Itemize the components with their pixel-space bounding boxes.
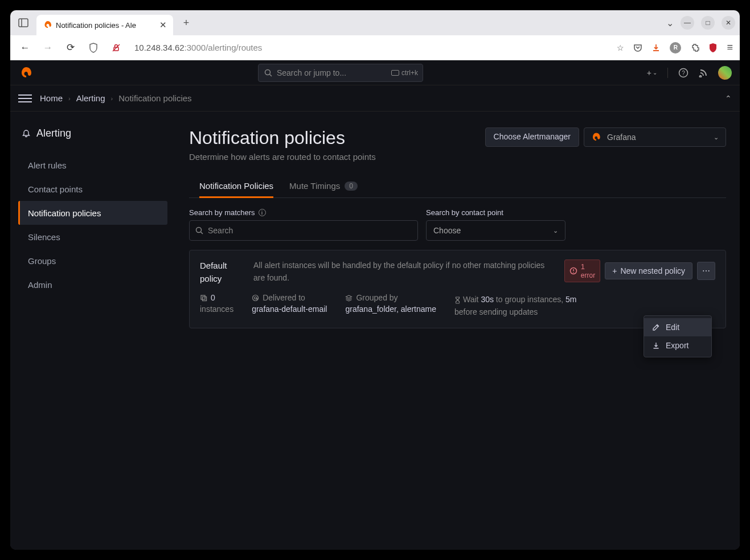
tab-list-icon[interactable]: ⌄	[666, 18, 674, 28]
matchers-search-input[interactable]: Search	[189, 220, 418, 241]
app-header: Search or jump to... ctrl+k +⌄ ?	[10, 60, 740, 85]
nav-toggle-icon[interactable]	[18, 92, 32, 105]
menu-item-edit[interactable]: Edit	[644, 318, 711, 336]
chevron-down-icon: ⌄	[553, 227, 558, 234]
export-icon	[652, 341, 660, 349]
tab-title: Notification policies - Ale	[56, 21, 154, 30]
minimize-button[interactable]: —	[681, 16, 694, 30]
search-icon	[195, 227, 203, 234]
browser-menu-icon[interactable]: ≡	[727, 42, 733, 53]
svg-line-9	[201, 232, 203, 234]
browser-tab[interactable]: Notification policies - Ale ✕	[36, 15, 173, 35]
new-tab-button[interactable]: +	[178, 14, 195, 31]
search-placeholder: Search or jump to...	[277, 68, 346, 77]
close-window-button[interactable]: ✕	[722, 16, 735, 30]
add-button[interactable]: +⌄	[647, 68, 657, 77]
sidebar-item-alert-rules[interactable]: Alert rules	[18, 153, 167, 177]
contact-label: Search by contact point	[426, 208, 565, 217]
info-icon[interactable]: i	[259, 209, 266, 216]
breadcrumb: Home › Alerting › Notification policies	[40, 93, 192, 103]
browser-url-bar: ← → ⟳ 10.248.34.62:3000/alerting/routes …	[10, 35, 740, 60]
pocket-icon[interactable]	[633, 43, 642, 52]
grafana-icon	[591, 132, 601, 142]
grafana-favicon-icon	[43, 20, 52, 30]
content-tabs: Notification Policies Mute Timings 0	[189, 175, 726, 198]
svg-rect-0	[19, 19, 28, 27]
help-icon[interactable]: ?	[678, 68, 688, 78]
search-icon	[264, 69, 272, 77]
alertmanager-select[interactable]: Grafana ⌄	[584, 127, 726, 147]
sidebar-heading: Alerting	[18, 127, 167, 139]
svg-line-5	[269, 74, 272, 76]
sidebar-item-admin[interactable]: Admin	[18, 273, 167, 297]
svg-rect-13	[201, 295, 205, 299]
tab-notification-policies[interactable]: Notification Policies	[199, 175, 273, 198]
more-actions-button[interactable]: ⋯	[697, 262, 715, 280]
search-kbd-hint: ctrl+k	[391, 69, 418, 77]
breadcrumb-home[interactable]: Home	[40, 93, 63, 103]
maximize-button[interactable]: □	[701, 16, 715, 30]
browser-tab-bar: Notification policies - Ale ✕ + ⌄ — □ ✕	[10, 10, 740, 35]
sidebar-item-groups[interactable]: Groups	[18, 249, 167, 273]
collapse-icon[interactable]: ⌃	[725, 94, 732, 103]
global-search-input[interactable]: Search or jump to... ctrl+k	[258, 64, 423, 82]
bell-icon	[22, 129, 31, 138]
policy-context-menu: Edit Export	[644, 315, 712, 357]
lock-slash-icon[interactable]	[108, 40, 124, 56]
contact-point-select[interactable]: Choose ⌄	[426, 220, 565, 241]
bookmark-icon[interactable]: ☆	[617, 43, 624, 52]
layers-icon	[345, 294, 353, 302]
sidebar-item-contact-points[interactable]: Contact points	[18, 177, 167, 201]
browser-sidebar-icon[interactable]	[15, 14, 32, 31]
tab-mute-timings[interactable]: Mute Timings 0	[289, 175, 358, 198]
extensions-icon[interactable]	[690, 43, 699, 52]
menu-item-export[interactable]: Export	[644, 336, 711, 355]
user-avatar[interactable]	[718, 66, 732, 80]
url-field[interactable]: 10.248.34.62:3000/alerting/routes	[131, 43, 610, 52]
error-badge[interactable]: 1error	[564, 260, 600, 282]
new-nested-policy-button[interactable]: + New nested policy	[605, 262, 692, 279]
ublock-icon[interactable]	[708, 43, 718, 53]
chevron-right-icon: ›	[111, 95, 113, 102]
shield-icon[interactable]	[85, 40, 101, 56]
page-title: Notification policies	[189, 127, 345, 149]
breadcrumb-section[interactable]: Alerting	[76, 93, 105, 103]
breadcrumb-bar: Home › Alerting › Notification policies …	[10, 85, 740, 112]
svg-point-12	[573, 272, 574, 273]
tab-close-icon[interactable]: ✕	[157, 19, 169, 31]
svg-rect-14	[203, 297, 207, 300]
hourglass-icon	[454, 297, 461, 304]
grafana-logo-icon[interactable]	[18, 65, 34, 81]
policy-description: All alert instances will be handled by t…	[253, 260, 551, 284]
at-icon	[252, 294, 259, 302]
policy-name: Default policy	[200, 260, 240, 285]
edit-icon	[652, 323, 660, 331]
choose-alertmanager-button[interactable]: Choose Alertmanager	[485, 127, 579, 147]
chevron-down-icon: ⌄	[714, 134, 719, 141]
matchers-label: Search by matchers i	[189, 208, 418, 217]
breadcrumb-current: Notification policies	[118, 93, 191, 103]
rss-icon[interactable]	[699, 68, 708, 77]
grafana-app: Search or jump to... ctrl+k +⌄ ?	[10, 60, 740, 550]
download-icon[interactable]	[651, 43, 661, 52]
sidebar-item-notification-policies[interactable]: Notification policies	[18, 201, 167, 225]
ellipsis-icon: ⋯	[702, 266, 710, 275]
plus-icon: +	[612, 266, 617, 275]
mute-count-badge: 0	[345, 182, 358, 191]
sidebar-item-silences[interactable]: Silences	[18, 225, 167, 249]
sidebar: Alerting Alert rules Contact points Noti…	[10, 112, 175, 550]
forward-button[interactable]: →	[40, 40, 56, 56]
reload-button[interactable]: ⟳	[63, 40, 79, 56]
browser-window: Notification policies - Ale ✕ + ⌄ — □ ✕ …	[10, 10, 740, 550]
svg-point-16	[255, 297, 257, 299]
chevron-right-icon: ›	[68, 95, 71, 102]
back-button[interactable]: ←	[17, 40, 33, 56]
svg-point-4	[265, 69, 270, 75]
page-description: Determine how alerts are routed to conta…	[189, 152, 726, 162]
svg-text:?: ?	[682, 69, 685, 76]
svg-point-8	[196, 228, 202, 233]
alert-icon	[569, 267, 577, 275]
copy-icon	[200, 294, 207, 302]
extension-badge-icon[interactable]: R	[670, 42, 681, 53]
